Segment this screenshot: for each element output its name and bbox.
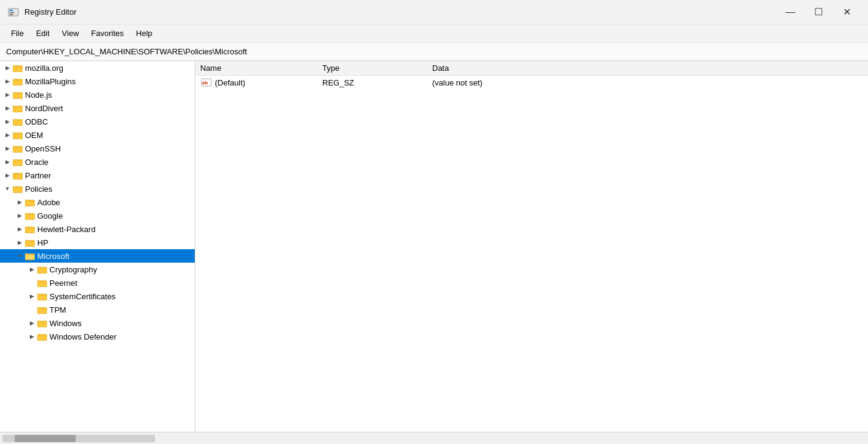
tree-label-system-certificates: SystemCertificates: [49, 292, 115, 301]
svg-rect-15: [13, 107, 23, 112]
tree-label-adobe: Adobe: [37, 198, 60, 207]
expand-btn-windows[interactable]: [27, 318, 37, 328]
scrollbar-track[interactable]: [2, 435, 155, 442]
menu-help[interactable]: Help: [130, 26, 159, 40]
tree-label-peernet: Peernet: [49, 278, 78, 288]
folder-icon: [12, 157, 23, 167]
expand-btn-partner[interactable]: [2, 170, 12, 180]
tree-label-google: Google: [37, 211, 63, 220]
maximize-button[interactable]: ☐: [805, 2, 833, 22]
scrollbar-thumb[interactable]: [15, 435, 76, 442]
tree-item-hewlett-packard[interactable]: Hewlett-Packard: [0, 222, 195, 236]
tree-label-partner: Partner: [25, 171, 51, 180]
expand-btn-policies[interactable]: [2, 184, 12, 194]
col-header-name: Name: [195, 64, 317, 73]
folder-icon: [12, 76, 23, 86]
svg-text:ab: ab: [202, 80, 208, 86]
tree-item-mozilla-org[interactable]: mozilla.org: [0, 61, 195, 75]
folder-icon: [37, 264, 48, 274]
tree-item-google[interactable]: Google: [0, 209, 195, 222]
tree-item-microsoft[interactable]: Microsoft: [0, 249, 195, 263]
menu-edit[interactable]: Edit: [30, 26, 56, 40]
folder-icon: [12, 170, 23, 180]
tree-item-oracle[interactable]: Oracle: [0, 155, 195, 169]
svg-rect-30: [13, 174, 23, 179]
svg-rect-24: [13, 147, 23, 152]
tree-label-oracle: Oracle: [25, 158, 48, 167]
expand-btn-oem[interactable]: [2, 130, 12, 140]
tree-item-openssh[interactable]: OpenSSH: [0, 142, 195, 155]
right-pane-row-default-value[interactable]: ab (Default)REG_SZ(value not set): [195, 76, 868, 89]
tree-label-windows: Windows: [49, 319, 82, 328]
reg-value-icon: ab: [200, 78, 212, 87]
tree-item-partner[interactable]: Partner: [0, 169, 195, 182]
svg-rect-2: [10, 12, 14, 13]
svg-rect-60: [37, 308, 47, 313]
right-pane-header: Name Type Data: [195, 61, 868, 76]
expand-btn-openssh[interactable]: [2, 144, 12, 153]
tree-label-microsoft: Microsoft: [37, 252, 70, 261]
folder-icon: [37, 291, 48, 301]
expand-btn-adobe[interactable]: [15, 197, 24, 207]
expand-btn-microsoft[interactable]: [15, 251, 24, 261]
svg-rect-9: [13, 80, 23, 85]
menu-bar: File Edit View Favorites Help: [0, 24, 868, 43]
folder-icon: [12, 63, 23, 73]
tree-label-hewlett-packard: Hewlett-Packard: [37, 225, 95, 234]
expand-btn-mozilla-org[interactable]: [2, 63, 12, 73]
expand-btn-system-certificates[interactable]: [27, 291, 37, 301]
tree-item-policies[interactable]: Policies: [0, 182, 195, 195]
expand-btn-cryptography[interactable]: [27, 264, 37, 274]
svg-rect-51: [37, 268, 47, 273]
expand-btn-hp[interactable]: [15, 238, 24, 247]
svg-rect-54: [37, 282, 47, 286]
tree-item-cryptography[interactable]: Cryptography: [0, 263, 195, 276]
expand-btn-windows-defender[interactable]: [27, 332, 37, 341]
minimize-button[interactable]: —: [776, 2, 805, 22]
folder-icon: [24, 251, 35, 261]
svg-rect-18: [13, 120, 23, 125]
tree-label-mozilla-org: mozilla.org: [25, 64, 63, 73]
address-bar: Computer\HKEY_LOCAL_MACHINE\SOFTWARE\Pol…: [0, 43, 868, 61]
tree-item-mozilla-plugins[interactable]: MozillaPlugins: [0, 75, 195, 88]
menu-view[interactable]: View: [56, 26, 85, 40]
tree-item-windows[interactable]: Windows: [0, 316, 195, 330]
tree-item-node-js[interactable]: Node.js: [0, 88, 195, 101]
tree-item-adobe[interactable]: Adobe: [0, 195, 195, 209]
expand-btn-odbc[interactable]: [2, 117, 12, 126]
main-content: mozilla.org MozillaPlugins Node.js NordD…: [0, 61, 868, 432]
svg-rect-33: [13, 187, 23, 192]
svg-rect-57: [37, 295, 47, 300]
menu-file[interactable]: File: [5, 26, 30, 40]
tree-item-oem[interactable]: OEM: [0, 128, 195, 142]
tree-item-system-certificates[interactable]: SystemCertificates: [0, 289, 195, 303]
expand-btn-node-js[interactable]: [2, 90, 12, 100]
scrollbar-area[interactable]: [0, 432, 868, 444]
menu-favorites[interactable]: Favorites: [85, 26, 129, 40]
tree-label-node-js: Node.js: [25, 90, 52, 100]
svg-rect-36: [25, 201, 35, 206]
tree-item-hp[interactable]: HP: [0, 236, 195, 249]
close-button[interactable]: ✕: [833, 2, 861, 22]
folder-icon: [24, 224, 35, 234]
tree-label-odbc: ODBC: [25, 117, 48, 126]
svg-rect-6: [13, 67, 23, 71]
expand-btn-hewlett-packard[interactable]: [15, 224, 24, 234]
folder-icon: [37, 318, 48, 328]
tree-label-policies: Policies: [25, 184, 52, 194]
tree-item-odbc[interactable]: ODBC: [0, 115, 195, 128]
expand-btn-oracle[interactable]: [2, 157, 12, 167]
app-title: Registry Editor: [24, 7, 776, 16]
svg-rect-42: [25, 228, 35, 233]
svg-rect-27: [13, 161, 23, 166]
folder-icon: [12, 184, 23, 194]
expand-btn-google[interactable]: [15, 211, 24, 220]
tree-item-peernet[interactable]: Peernet: [0, 276, 195, 289]
folder-icon: [12, 103, 23, 113]
tree-pane[interactable]: mozilla.org MozillaPlugins Node.js NordD…: [0, 61, 195, 432]
expand-btn-mozilla-plugins[interactable]: [2, 76, 12, 86]
tree-item-windows-defender[interactable]: Windows Defender: [0, 330, 195, 343]
tree-item-tpm[interactable]: TPM: [0, 303, 195, 316]
expand-btn-nord-divert[interactable]: [2, 103, 12, 113]
tree-item-nord-divert[interactable]: NordDivert: [0, 101, 195, 115]
